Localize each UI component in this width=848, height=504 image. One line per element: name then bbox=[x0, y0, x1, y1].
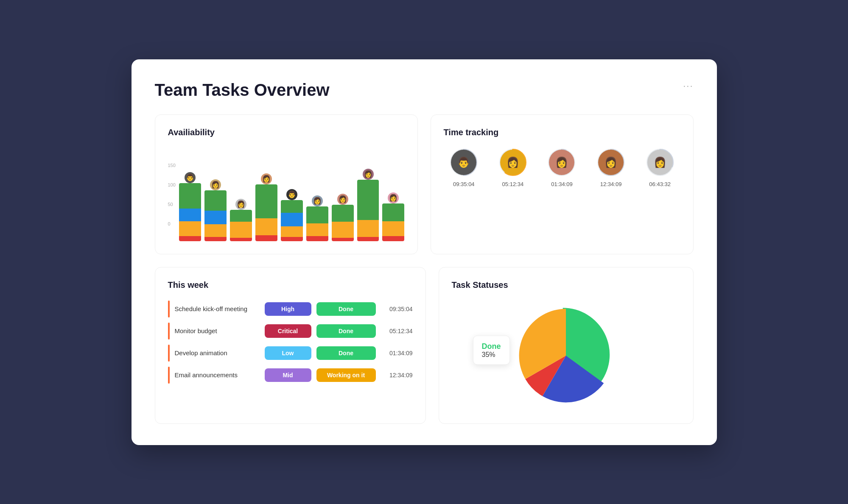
bar-segment bbox=[281, 213, 303, 226]
time-avatar-wrapper: 👩 bbox=[547, 148, 576, 177]
pie-container: Done 35% bbox=[452, 301, 680, 411]
bar-segment bbox=[204, 237, 227, 241]
bar-avatar: 👩 bbox=[261, 173, 272, 184]
task-time: 12:34:09 bbox=[381, 372, 413, 379]
this-week-panel: This week Schedule kick-off meeting High… bbox=[155, 267, 426, 424]
status-badge[interactable]: Working on it bbox=[316, 368, 376, 382]
bar-segment bbox=[204, 211, 227, 224]
bar-segment bbox=[230, 222, 252, 238]
bar-segment bbox=[332, 222, 354, 238]
time-label: 09:35:04 bbox=[453, 181, 475, 187]
bar-avatar: 👩 bbox=[312, 195, 323, 206]
task-time: 01:34:09 bbox=[381, 350, 413, 356]
time-person: 👩 05:12:34 bbox=[498, 148, 527, 187]
bar-group: 👩 bbox=[230, 196, 252, 241]
bar-avatar: 👩 bbox=[363, 169, 374, 180]
bar-segment bbox=[281, 200, 303, 213]
avatar: 👩 bbox=[549, 150, 574, 175]
bar-segment bbox=[204, 190, 227, 211]
task-time: 09:35:04 bbox=[381, 306, 413, 312]
bar-segment bbox=[179, 183, 201, 209]
bar-segment bbox=[230, 210, 252, 222]
more-options-icon[interactable]: ··· bbox=[683, 81, 693, 92]
bar-group: 👨 bbox=[179, 170, 201, 241]
page-title: Team Tasks Overview bbox=[155, 81, 694, 100]
bar-group: 👩 bbox=[357, 166, 379, 241]
bar-segment bbox=[332, 205, 354, 222]
time-tracking-title: Time tracking bbox=[444, 128, 680, 137]
y-label-50: 50 bbox=[168, 202, 176, 207]
bar-avatar: 👨 bbox=[286, 189, 297, 200]
task-bar-indicator bbox=[168, 301, 170, 317]
bar-segment bbox=[382, 236, 404, 241]
task-name: Monitor budget bbox=[175, 327, 260, 334]
time-label: 05:12:34 bbox=[502, 181, 524, 187]
bar-segment bbox=[357, 237, 379, 241]
task-name: Schedule kick-off meeting bbox=[175, 305, 260, 312]
priority-badge[interactable]: Critical bbox=[265, 324, 311, 338]
bar-avatar: 👩 bbox=[337, 194, 348, 205]
bar-group: 👩 bbox=[255, 171, 277, 241]
availability-title: Availiability bbox=[168, 128, 405, 137]
bar-segment bbox=[357, 180, 379, 220]
bar-segment bbox=[255, 235, 277, 241]
time-label: 12:34:09 bbox=[600, 181, 622, 187]
y-label-150: 150 bbox=[168, 163, 176, 168]
priority-badge[interactable]: High bbox=[265, 302, 311, 316]
task-name: Email announcements bbox=[175, 371, 260, 379]
bar-segment bbox=[306, 236, 328, 241]
y-label-0: 0 bbox=[168, 221, 176, 226]
bar-avatar: 👨 bbox=[185, 172, 196, 183]
bar-segment bbox=[230, 238, 252, 241]
time-person-list: 👨 09:35:04 👩 05:12:34 👩 01:34:09 bbox=[444, 148, 680, 187]
priority-badge[interactable]: Mid bbox=[265, 368, 311, 382]
bar-segment bbox=[332, 238, 354, 241]
dashboard: Team Tasks Overview ··· Availiability 0 … bbox=[132, 59, 717, 445]
bar-segment bbox=[255, 184, 277, 218]
time-avatar-wrapper: 👩 bbox=[596, 148, 625, 177]
time-person: 👨 09:35:04 bbox=[449, 148, 478, 187]
bar-segment bbox=[179, 236, 201, 241]
task-statuses-title: Task Statuses bbox=[452, 280, 680, 290]
bar-segment bbox=[179, 209, 201, 221]
task-bar-indicator bbox=[168, 345, 170, 362]
time-person: 👩 06:43:32 bbox=[646, 148, 674, 187]
bar-group: 👩 bbox=[382, 190, 404, 241]
pie-tooltip-pct: 35% bbox=[482, 351, 501, 358]
avatar: 👩 bbox=[500, 150, 526, 175]
time-person: 👩 01:34:09 bbox=[547, 148, 576, 187]
availability-panel: Availiability 0 50 100 150 👨👩👩👩👨👩👩👩👩 bbox=[155, 114, 418, 254]
status-badge[interactable]: Done bbox=[316, 324, 376, 338]
bottom-grid: This week Schedule kick-off meeting High… bbox=[155, 267, 694, 424]
bar-group: 👩 bbox=[204, 177, 227, 241]
bar-segment bbox=[382, 203, 404, 221]
pie-tooltip: Done 35% bbox=[473, 335, 510, 365]
bar-segment bbox=[179, 221, 201, 236]
time-tracking-panel: Time tracking 👨 09:35:04 👩 05:12:34 👩 bbox=[431, 114, 694, 254]
status-badge[interactable]: Done bbox=[316, 346, 376, 360]
y-label-100: 100 bbox=[168, 182, 176, 187]
bar-segment bbox=[281, 226, 303, 237]
task-row: Develop animation Low Done 01:34:09 bbox=[168, 345, 413, 362]
this-week-title: This week bbox=[168, 280, 413, 290]
bar-avatar: 👩 bbox=[235, 199, 246, 210]
task-row: Schedule kick-off meeting High Done 09:3… bbox=[168, 301, 413, 317]
task-list: Schedule kick-off meeting High Done 09:3… bbox=[168, 301, 413, 384]
bar-segment bbox=[255, 218, 277, 235]
time-avatar-wrapper: 👨 bbox=[449, 148, 478, 177]
task-bar-indicator bbox=[168, 367, 170, 384]
bar-group: 👩 bbox=[306, 193, 328, 241]
task-row: Email announcements Mid Working on it 12… bbox=[168, 367, 413, 384]
avatar: 👩 bbox=[647, 150, 673, 175]
priority-badge[interactable]: Low bbox=[265, 346, 311, 360]
bar-segment bbox=[204, 224, 227, 237]
avatar: 👨 bbox=[451, 150, 476, 175]
task-name: Develop animation bbox=[175, 349, 260, 356]
status-badge[interactable]: Done bbox=[316, 302, 376, 316]
top-grid: Availiability 0 50 100 150 👨👩👩👩👨👩👩👩👩 Tim… bbox=[155, 114, 694, 254]
bar-segment bbox=[306, 223, 328, 236]
bar-avatar: 👩 bbox=[388, 192, 399, 203]
task-row: Monitor budget Critical Done 05:12:34 bbox=[168, 323, 413, 340]
time-label: 06:43:32 bbox=[649, 181, 671, 187]
task-time: 05:12:34 bbox=[381, 328, 413, 334]
